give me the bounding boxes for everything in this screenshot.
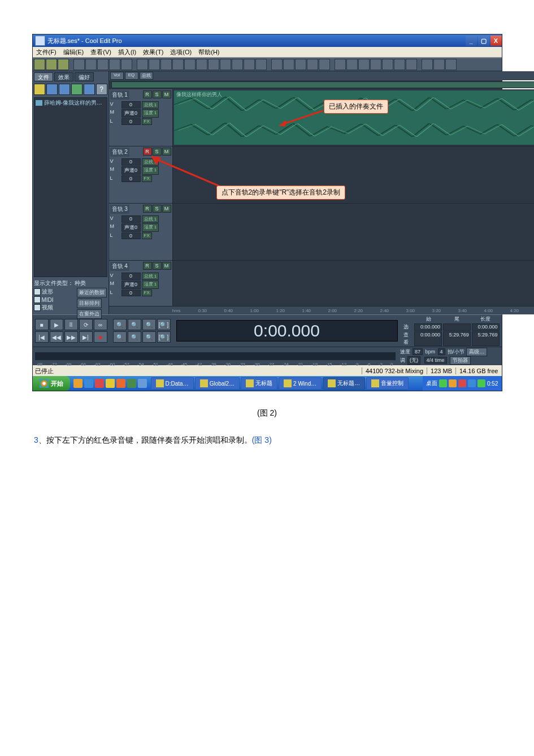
key-value[interactable]: (无) (407, 356, 420, 365)
sel-end[interactable] (443, 323, 471, 331)
panel-button[interactable]: 目标排列 (77, 299, 102, 308)
quicklaunch-icon[interactable] (138, 379, 147, 388)
record-arm-button[interactable]: R (143, 205, 152, 213)
taskbar-task[interactable]: Global2… (195, 377, 240, 390)
zoom-button[interactable]: 🔍 (142, 331, 156, 343)
panel-tab-favorites[interactable]: 偏好 (75, 72, 94, 81)
pan-value[interactable]: 声道0 (121, 223, 141, 232)
tray-icon[interactable] (468, 379, 476, 387)
track-lane[interactable]: 像我这样疼你的男人1 (173, 89, 535, 146)
lock-value[interactable]: 0 (121, 290, 141, 296)
record-button[interactable]: ● (94, 331, 107, 343)
minimize-button[interactable]: _ (466, 36, 477, 46)
toolbar-button[interactable] (97, 59, 108, 70)
toolbar-button[interactable] (244, 59, 255, 70)
toolbar-button[interactable] (46, 59, 57, 70)
tray-icon[interactable] (449, 379, 457, 387)
toolbar-button[interactable] (271, 59, 283, 70)
volume-value[interactable]: 0 (121, 215, 141, 223)
record-arm-button[interactable]: R (143, 262, 152, 270)
timesig-value[interactable]: 4/4 time (424, 357, 447, 364)
lock-value[interactable]: 0 (121, 232, 141, 239)
toolbar-button[interactable] (85, 59, 97, 70)
wet-button[interactable]: 湿度 1 (142, 223, 159, 232)
view-begin[interactable]: 0:00.000 (414, 331, 442, 346)
advanced-button[interactable]: 高级… (466, 348, 487, 356)
icon-button[interactable] (71, 84, 83, 95)
taskbar-task[interactable]: 2 Wind… (279, 377, 322, 390)
sel-begin[interactable]: 0:00.000 (414, 323, 442, 331)
toolbar-button[interactable] (255, 59, 267, 70)
file-item[interactable]: 薛哈姆-像我这样的男… (36, 99, 106, 107)
volume-value[interactable]: 0 (121, 273, 141, 280)
pause-button[interactable]: II (64, 319, 78, 330)
menu-edit[interactable]: 编辑(E) (60, 48, 88, 57)
panel-tab-effects[interactable]: 效果 (54, 72, 73, 81)
taskbar-task[interactable]: 音量控制 (366, 377, 409, 390)
toolbar-button[interactable] (319, 59, 330, 70)
solo-button[interactable]: S (153, 90, 162, 98)
fx-button[interactable]: FX (142, 290, 152, 296)
track-view-vol[interactable]: Vol (110, 72, 124, 80)
zoom-button[interactable]: 🔍 (113, 331, 127, 343)
toolbar-button[interactable] (149, 59, 160, 70)
toolbar-button[interactable] (184, 59, 196, 70)
record-arm-button[interactable]: R (143, 148, 152, 155)
loop-button[interactable]: ∞ (94, 319, 107, 330)
system-tray[interactable]: 桌面 0:52 (423, 376, 501, 391)
toolbar-button[interactable] (382, 59, 393, 70)
tray-icon[interactable] (458, 379, 466, 387)
zoom-full-button[interactable]: 🔍 (142, 319, 156, 330)
fx-button[interactable]: FX (142, 118, 152, 125)
toolbar-button[interactable] (394, 59, 405, 70)
lock-value[interactable]: 0 (121, 118, 141, 125)
menu-effects[interactable]: 效果(T) (140, 48, 167, 57)
track-view-bus[interactable]: 总线 (140, 72, 153, 80)
title-bar[interactable]: 无标题.ses* - Cool Edit Pro _ ▢ X (33, 34, 502, 47)
solo-button[interactable]: S (153, 262, 162, 270)
sel-length[interactable]: 0:00.000 (472, 323, 500, 331)
menu-view[interactable]: 查看(V) (87, 48, 115, 57)
toolbar-button[interactable] (109, 59, 120, 70)
solo-button[interactable]: S (153, 148, 162, 155)
volume-value[interactable]: 0 (121, 158, 141, 166)
track-name[interactable]: 音轨 1 (110, 90, 129, 100)
toolbar-button[interactable] (283, 59, 294, 70)
zoom-button[interactable]: 🔍 (128, 331, 141, 343)
toolbar-button[interactable] (335, 59, 346, 70)
toolbar-button[interactable] (422, 59, 433, 70)
pan-value[interactable]: 声道0 (121, 109, 141, 118)
play-button[interactable]: ▶ (50, 319, 63, 330)
audio-clip[interactable]: 像我这样疼你的男人 (174, 90, 535, 145)
toolbar-button[interactable] (358, 59, 370, 70)
icon-button[interactable] (59, 84, 70, 95)
tray-icon[interactable] (439, 379, 447, 387)
quicklaunch-icon[interactable] (106, 379, 115, 388)
panel-button[interactable]: 最近的数据 (77, 288, 107, 297)
track-name[interactable]: 音轨 3 (110, 205, 129, 214)
mute-button[interactable]: M (162, 148, 171, 155)
menu-file[interactable]: 文件(F) (33, 48, 60, 57)
zoom-in-button[interactable]: 🔍 (113, 319, 127, 330)
tempo-value[interactable]: 87 (413, 348, 423, 355)
toolbar-button[interactable] (307, 59, 318, 70)
toolbar-button[interactable] (160, 59, 172, 70)
help-icon[interactable]: ? (96, 84, 107, 95)
toolbar-button[interactable] (433, 59, 445, 70)
icon-button[interactable] (84, 84, 95, 95)
menu-insert[interactable]: 插入(I) (115, 48, 140, 57)
goto-begin-button[interactable]: |◀ (35, 331, 49, 343)
zoom-sel-button[interactable]: [🔍] (157, 319, 171, 330)
checkbox-midi[interactable]: MIDI (34, 296, 54, 303)
taskbar-task[interactable]: 无标题… (323, 377, 365, 390)
view-end[interactable]: 5:29.769 (443, 331, 471, 346)
panel-button[interactable]: 在窗外边 (77, 309, 102, 319)
toolbar-button[interactable] (196, 59, 207, 70)
panel-tab-files[interactable]: 文件 (34, 72, 53, 81)
toolbar-button[interactable] (208, 59, 219, 70)
menu-help[interactable]: 帮助(H) (195, 48, 223, 57)
start-button[interactable]: 开始 (33, 376, 70, 391)
menu-options[interactable]: 选项(O) (167, 48, 195, 57)
wet-button[interactable]: 湿度 1 (142, 109, 159, 118)
time-ruler[interactable]: hms0:300:401:001:201:402:002:202:403:003… (109, 306, 535, 314)
